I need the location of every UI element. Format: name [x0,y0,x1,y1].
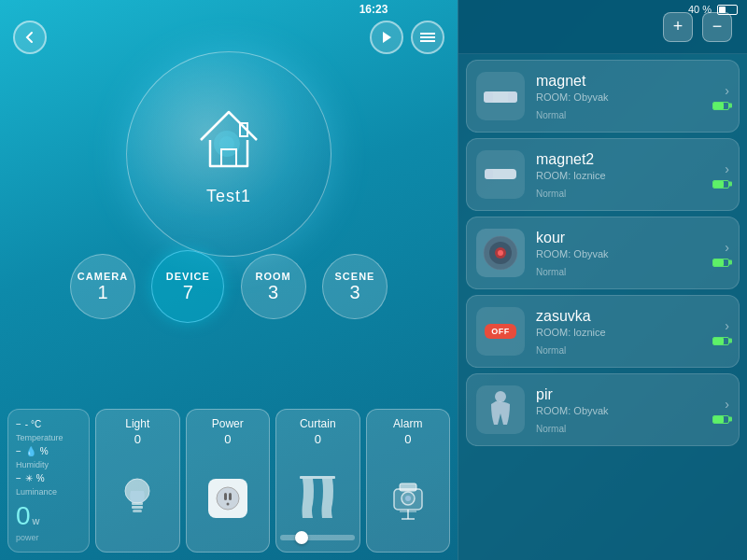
curtain-icon [300,476,335,521]
temp-row: − - °C [16,419,81,429]
device-thumb-magnet2 [476,150,525,199]
back-button[interactable] [13,21,47,54]
device-list: magnet ROOM: Obyvak Normal › mag [458,54,747,560]
scene-bubble[interactable]: SCENE 3 [322,254,388,319]
device-status-magnet2: Normal [536,189,712,199]
room-value: 3 [268,282,278,303]
svg-rect-18 [400,483,416,491]
device-status-zasuvka: Normal [536,345,712,356]
svg-rect-25 [484,91,493,103]
status-right: 40 % [688,4,738,15]
home-title: Test1 [206,187,251,206]
device-info-magnet2: magnet2 ROOM: loznice Normal [536,151,712,199]
device-item-pir[interactable]: pir ROOM: Obyvak Normal › [466,373,740,446]
minus-icon2: − [16,446,21,456]
light-label: Light [125,417,149,430]
battery-percent: 40 % [688,4,712,15]
power-row: 0 w [16,503,81,529]
light-value: 0 [134,432,141,446]
device-name-zasuvka: zasuvka [536,308,712,325]
power-unit: w [33,515,40,526]
alarm-value: 0 [404,432,411,446]
light-tile[interactable]: Light 0 [95,409,180,553]
chevron-icon-zasuvka: › [725,318,729,333]
device-item-kour[interactable]: kour ROOM: Obyvak Normal › [466,217,740,289]
device-bubble[interactable]: DEVICE 7 [151,250,224,323]
scene-label: SCENE [335,271,375,282]
room-bubble[interactable]: ROOM 3 [241,254,306,319]
stat-bubbles: CAMERA 1 DEVICE 7 ROOM 3 SCENE 3 [70,250,388,323]
magnet2-thumb-icon [483,161,518,188]
device-name-magnet2: magnet2 [536,151,712,168]
battery-kour [712,259,729,267]
device-status-magnet: Normal [536,110,712,120]
alarm-tile[interactable]: Alarm 0 [366,409,451,553]
right-panel: + − magnet ROOM: Obyvak Normal › [458,0,747,560]
device-info-kour: kour ROOM: Obyvak Normal [536,230,712,277]
power-sensor-value: 0 [224,432,231,446]
luminance-icon: ✳ [25,473,33,483]
svg-rect-13 [224,493,227,500]
header-left [13,21,47,54]
status-time: 16:23 [359,3,388,16]
svg-rect-26 [508,91,517,103]
device-item-magnet[interactable]: magnet ROOM: Obyvak Normal › [466,60,740,133]
battery-bar [717,5,738,15]
curtain-tile[interactable]: Curtain 0 [275,409,360,553]
svg-point-32 [498,250,503,256]
chevron-icon-magnet2: › [725,161,729,176]
device-label: DEVICE [166,271,210,282]
device-room-zasuvka: ROOM: loznice [536,327,712,338]
curtain-icon-area [300,452,335,544]
svg-rect-10 [132,506,143,509]
device-info-magnet: magnet ROOM: Obyvak Normal [536,73,712,120]
power-label: power [16,533,81,542]
curtain-label: Curtain [300,417,336,430]
curtain-slider[interactable] [280,535,355,540]
device-info-pir: pir ROOM: Obyvak Normal [536,386,712,434]
scene-value: 3 [349,282,359,303]
battery-zasuvka [712,337,729,345]
left-header-right [370,21,444,54]
magnet-thumb-icon [482,82,519,110]
luminance-sublabel: Luminance [16,487,81,497]
play-button[interactable] [370,21,403,54]
device-room-magnet2: ROOM: loznice [536,170,712,181]
luminance-row: − ✳ % [16,473,81,483]
device-info-zasuvka: zasuvka ROOM: loznice Normal [536,308,712,356]
svg-rect-28 [485,169,493,179]
power-tile[interactable]: Power 0 [186,409,271,553]
power-sensor-label: Power [212,417,244,430]
device-status-kour: Normal [536,267,712,277]
humidity-row: − 💧 % [16,446,81,456]
humidity-icon: 💧 [25,446,36,456]
minus-icon: − [16,419,21,429]
left-panel: Test1 CAMERA 1 DEVICE 7 ROOM 3 SCENE 3 −… [0,0,458,560]
off-badge-zasuvka: OFF [485,324,516,339]
device-name-pir: pir [536,386,712,403]
room-label: ROOM [256,271,291,282]
device-value: 7 [183,282,193,303]
svg-point-33 [495,391,506,402]
light-icon-area [119,452,156,544]
smoke-thumb-icon [481,233,520,273]
camera-value: 1 [97,282,107,303]
svg-rect-9 [132,502,143,505]
device-room-pir: ROOM: Obyvak [536,405,712,416]
camera-bubble[interactable]: CAMERA 1 [70,254,135,319]
house-icon [191,103,266,177]
device-status-row-magnet2: › [712,161,729,189]
minus-icon3: − [16,473,21,483]
battery-magnet2 [712,180,729,189]
device-thumb-magnet [476,72,525,120]
device-item-zasuvka[interactable]: OFF zasuvka ROOM: loznice Normal › [466,295,740,368]
device-name-kour: kour [536,230,712,246]
alarm-label: Alarm [393,417,422,430]
alarm-icon-area [390,452,426,544]
svg-point-20 [405,496,411,501]
menu-button[interactable] [411,21,444,54]
device-item-magnet2[interactable]: magnet2 ROOM: loznice Normal › [466,138,740,211]
bulb-icon [119,472,156,524]
chevron-icon-magnet: › [725,83,729,98]
device-thumb-pir [476,385,525,434]
